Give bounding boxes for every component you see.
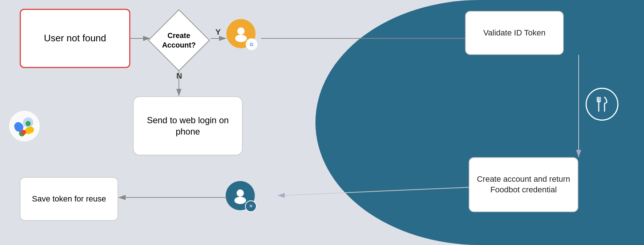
validate-id-label: Validate ID Token: [483, 28, 545, 38]
create-account-node: Create account and return Foodbot creden…: [469, 157, 578, 212]
utensils-icon: [592, 94, 612, 114]
foodbot-badge-icon: ✕: [245, 200, 257, 212]
google-assistant-icon: [8, 110, 41, 143]
n-branch-label: N: [176, 71, 182, 81]
svg-point-22: [237, 189, 244, 197]
svg-point-17: [21, 130, 26, 135]
send-to-web-label: Send to web login on phone: [134, 114, 242, 137]
create-account-label: Create account and return Foodbot creden…: [469, 174, 578, 195]
svg-point-18: [237, 27, 245, 35]
save-token-label: Save token for reuse: [32, 194, 106, 204]
svg-point-14: [14, 122, 22, 130]
user-not-found-label: User not found: [44, 32, 106, 45]
svg-point-26: [592, 94, 612, 114]
diamond-label: CreateAccount?: [162, 31, 196, 50]
svg-point-9: [9, 111, 40, 142]
svg-point-15: [25, 128, 31, 134]
svg-point-23: [234, 197, 246, 204]
foodbot-circle-icon: [586, 88, 618, 121]
svg-point-19: [235, 35, 247, 42]
svg-text:G: G: [250, 42, 253, 47]
user-foodbot-cluster: ✕: [226, 181, 260, 216]
validate-id-node: Validate ID Token: [465, 11, 564, 55]
save-token-node: Save token for reuse: [20, 177, 118, 221]
svg-point-16: [26, 121, 31, 126]
y-branch-label: Y: [215, 27, 221, 37]
svg-text:✕: ✕: [249, 203, 253, 209]
google-badge-icon: G: [246, 38, 257, 50]
user-google-cluster: G: [226, 19, 261, 54]
user-not-found-node: User not found: [20, 9, 130, 68]
create-account-diamond: CreateAccount?: [150, 11, 208, 69]
send-to-web-node: Send to web login on phone: [133, 96, 243, 155]
